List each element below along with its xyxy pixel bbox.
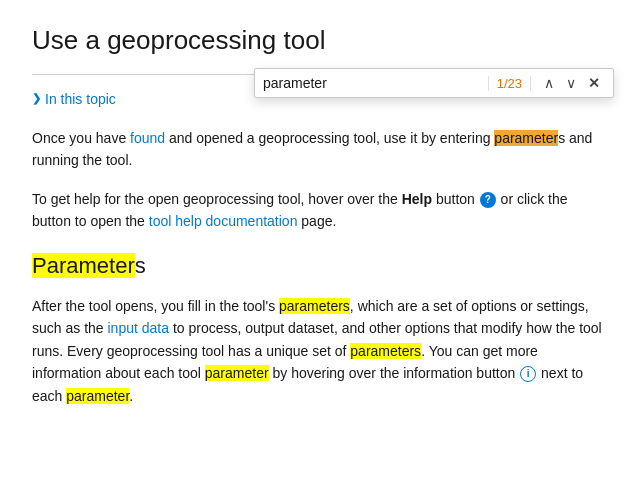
- p1-parameter-highlight: parameter: [494, 130, 558, 146]
- p3-param3-highlight: parameter: [205, 365, 269, 381]
- search-nav-buttons: ∧ ∨ ✕: [539, 73, 605, 93]
- p3-text1: After the tool opens, you fill in the to…: [32, 298, 279, 314]
- p1-found-link[interactable]: found: [130, 130, 165, 146]
- p2-help-bold: Help: [402, 191, 432, 207]
- search-count: 1/23: [488, 76, 531, 91]
- search-input[interactable]: [263, 75, 480, 91]
- chevron-right-icon: ❯: [32, 92, 41, 105]
- search-prev-button[interactable]: ∧: [539, 73, 559, 93]
- paragraph-1: Once you have found and opened a geoproc…: [32, 127, 606, 172]
- search-next-button[interactable]: ∨: [561, 73, 581, 93]
- section-heading-rest: s: [135, 253, 146, 278]
- p2-text4: page.: [297, 213, 336, 229]
- p2-text2: button: [432, 191, 479, 207]
- p2-text1: To get help for the open geoprocessing t…: [32, 191, 402, 207]
- section-heading-highlight: Parameter: [32, 253, 135, 278]
- in-this-topic-link[interactable]: In this topic: [45, 91, 116, 107]
- paragraph-2: To get help for the open geoprocessing t…: [32, 188, 606, 233]
- p3-param4-highlight: parameter: [66, 388, 129, 404]
- p3-param2-highlight: parameters: [350, 343, 421, 359]
- p2-tool-help-link[interactable]: tool help documentation: [149, 213, 298, 229]
- search-close-button[interactable]: ✕: [583, 73, 605, 93]
- p3-text7: .: [129, 388, 133, 404]
- p3-text5: by hovering over the information button: [269, 365, 520, 381]
- p3-param1-highlight: parameters: [279, 298, 350, 314]
- p1-text2: and opened a geoprocessing tool, use it …: [165, 130, 494, 146]
- paragraph-3: After the tool opens, you fill in the to…: [32, 295, 606, 407]
- info-icon: i: [520, 366, 536, 382]
- page-title: Use a geoprocessing tool: [32, 24, 606, 58]
- p1-text1: Once you have: [32, 130, 130, 146]
- search-overlay: 1/23 ∧ ∨ ✕: [254, 68, 614, 98]
- page-container: 1/23 ∧ ∨ ✕ Use a geoprocessing tool ❯ In…: [0, 0, 638, 447]
- section-heading: Parameters: [32, 252, 606, 281]
- help-icon: ?: [480, 192, 496, 208]
- p3-input-data-link[interactable]: input data: [108, 320, 170, 336]
